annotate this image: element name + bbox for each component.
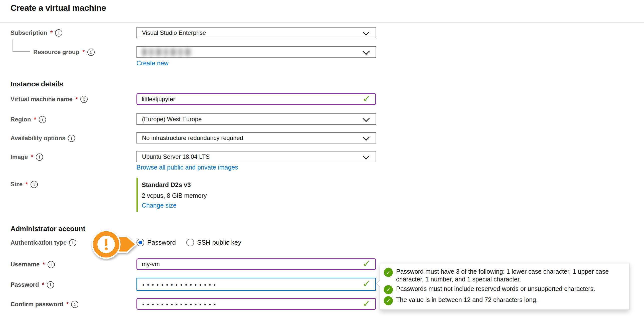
tree-connector-vertical <box>13 40 13 52</box>
password-input[interactable]: •••••••••••••••• ✓ <box>136 278 376 291</box>
image-dropdown[interactable]: Ubuntu Server 18.04 LTS <box>136 151 376 162</box>
resource-group-dropdown[interactable] <box>136 46 376 58</box>
subscription-label: Subscription * i <box>11 28 62 38</box>
required-asterisk: * <box>31 153 33 161</box>
region-label: Region * i <box>11 115 46 124</box>
authentication-type-radio-group: Password SSH public key <box>136 237 241 247</box>
info-icon[interactable]: i <box>39 116 46 123</box>
authentication-type-label: Authentication type i <box>11 238 76 247</box>
success-check-icon: ✓ <box>384 268 393 277</box>
tooltip-rule-item: ✓ The value is in between 12 and 72 char… <box>384 296 624 305</box>
radio-ssh-public-key[interactable] <box>186 239 194 246</box>
section-instance-details: Instance details <box>11 80 63 88</box>
radio-password-selected[interactable] <box>136 239 144 246</box>
tooltip-rule-item: ✓ Password must have 3 of the following:… <box>384 268 624 283</box>
availability-options-label: Availability options i <box>11 133 75 143</box>
size-name: Standard D2s v3 <box>142 181 191 189</box>
password-masked-value: •••••••••••••••• <box>142 280 218 288</box>
required-asterisk: * <box>66 301 69 308</box>
image-label: Image * i <box>11 152 43 162</box>
info-icon[interactable]: i <box>55 29 62 37</box>
password-label: Password * i <box>11 280 54 289</box>
radio-password-label[interactable]: Password <box>147 239 176 246</box>
info-icon[interactable]: i <box>87 49 95 56</box>
size-specs: 2 vcpus, 8 GiB memory <box>142 192 207 199</box>
password-rules-tooltip: ✓ Password must have 3 of the following:… <box>380 263 629 310</box>
chevron-down-icon <box>363 115 370 122</box>
valid-check-icon: ✓ <box>363 259 370 268</box>
confirm-password-label: Confirm password * i <box>11 299 78 309</box>
info-icon[interactable]: i <box>69 239 76 246</box>
size-label: Size * i <box>11 180 38 189</box>
subscription-dropdown[interactable]: Visual Studio Enterprise <box>136 27 376 38</box>
region-dropdown[interactable]: (Europe) West Europe <box>136 113 376 125</box>
chevron-down-icon <box>363 48 370 55</box>
success-check-icon: ✓ <box>384 285 393 294</box>
username-value: my-vm <box>142 261 160 268</box>
availability-options-dropdown[interactable]: No infrastructure redundancy required <box>136 132 376 143</box>
username-label: Username * i <box>11 260 55 269</box>
confirm-password-input[interactable]: •••••••••••••••• ✓ <box>136 298 376 310</box>
region-value: (Europe) West Europe <box>142 116 202 123</box>
tooltip-rule-text: Password must have 3 of the following: 1… <box>396 268 624 283</box>
valid-check-icon: ✓ <box>363 279 370 288</box>
info-icon[interactable]: i <box>68 135 75 142</box>
required-asterisk: * <box>43 261 45 268</box>
browse-images-link[interactable]: Browse all public and private images <box>136 164 238 171</box>
confirm-password-masked-value: •••••••••••••••• <box>142 300 218 308</box>
page-title: Create a virtual machine <box>11 3 106 13</box>
resource-group-label: Resource group * i <box>33 47 95 57</box>
info-icon[interactable]: i <box>48 261 55 268</box>
change-size-link[interactable]: Change size <box>142 202 177 209</box>
required-asterisk: * <box>26 181 28 188</box>
required-asterisk: * <box>50 29 53 37</box>
required-asterisk: * <box>76 96 78 103</box>
chevron-down-icon <box>363 28 370 35</box>
tree-connector-horizontal <box>13 51 30 52</box>
subscription-value: Visual Studio Enterprise <box>142 29 206 36</box>
resource-group-redacted-value <box>142 48 192 56</box>
availability-options-value: No infrastructure redundancy required <box>142 134 243 141</box>
required-asterisk: * <box>82 49 85 56</box>
header-divider <box>0 22 644 23</box>
vm-name-value: littlestjupyter <box>142 96 175 103</box>
radio-ssh-public-key-label[interactable]: SSH public key <box>197 239 241 246</box>
chevron-down-icon <box>363 152 370 159</box>
info-icon[interactable]: i <box>31 181 38 188</box>
required-asterisk: * <box>42 281 44 288</box>
vm-name-input[interactable]: littlestjupyter ✓ <box>136 93 376 105</box>
info-icon[interactable]: i <box>36 153 43 161</box>
section-administrator-account: Administrator account <box>11 225 85 233</box>
create-new-link[interactable]: Create new <box>136 60 169 67</box>
tooltip-rule-text: The value is in between 12 and 72 charac… <box>396 296 538 305</box>
info-icon[interactable]: i <box>47 281 54 288</box>
valid-check-icon: ✓ <box>363 94 370 103</box>
radio-dot <box>138 241 142 244</box>
chevron-down-icon <box>363 133 370 140</box>
tooltip-rule-text: Passwords must not include reserved word… <box>396 285 595 294</box>
username-input[interactable]: my-vm ✓ <box>136 258 376 270</box>
tooltip-rule-item: ✓ Passwords must not include reserved wo… <box>384 285 624 294</box>
success-check-icon: ✓ <box>384 296 393 305</box>
warning-callout-icon <box>90 229 139 261</box>
valid-check-icon: ✓ <box>363 299 370 308</box>
vm-name-label: Virtual machine name * i <box>11 94 88 104</box>
size-accent-bar <box>136 178 138 212</box>
info-icon[interactable]: i <box>71 301 78 308</box>
required-asterisk: * <box>34 116 36 123</box>
info-icon[interactable]: i <box>80 96 88 103</box>
image-value: Ubuntu Server 18.04 LTS <box>142 153 210 160</box>
